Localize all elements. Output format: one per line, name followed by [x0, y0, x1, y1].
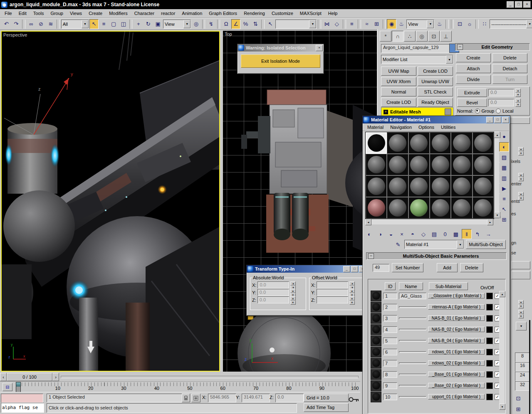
exit-isolation-mode-button[interactable]: Exit Isolation Mode — [241, 54, 320, 68]
material-sample-slot[interactable] — [387, 197, 408, 219]
sub-material-preview[interactable] — [371, 369, 381, 380]
viewport-label[interactable]: Perspective — [3, 32, 27, 37]
material-editor-icon[interactable]: ◉ — [387, 19, 396, 29]
sub-material-color-swatch[interactable] — [486, 394, 493, 400]
button-stl-check[interactable]: STL Check — [418, 87, 453, 96]
sub-material-button[interactable]: _Base_02 ( Ego Material ) — [428, 383, 485, 388]
extrude-spinner[interactable]: ▲▼ — [515, 89, 521, 97]
menu-help[interactable]: Help — [325, 10, 341, 17]
print-size-wizard-icon[interactable]: ⊡ — [455, 19, 465, 29]
menu-file[interactable]: File — [2, 10, 15, 17]
offset-z-field[interactable] — [317, 296, 348, 303]
button-uvw-map[interactable]: UVW Map — [381, 67, 416, 76]
row-id-field[interactable]: 2 — [383, 304, 397, 310]
row-id-field[interactable]: 4 — [383, 326, 397, 333]
chevron-down-icon[interactable]: ▼ — [446, 55, 453, 64]
row-id-field[interactable]: 8 — [383, 371, 397, 378]
sub-material-preview[interactable] — [371, 335, 381, 346]
material-sample-slot[interactable] — [387, 132, 408, 154]
absolute-mode-icon[interactable] — [191, 394, 200, 402]
y-coordinate-field[interactable]: 3149.671 — [242, 394, 270, 402]
curve-editor-icon[interactable]: ≈ — [362, 19, 372, 29]
sub-material-color-swatch[interactable] — [486, 349, 493, 355]
smoothing-group-24[interactable]: 24 — [515, 372, 530, 381]
absolute-y-spinner[interactable]: ▲▼ — [290, 289, 296, 296]
menu-create[interactable]: Create — [86, 10, 105, 17]
bevel-spinner[interactable]: ▲▼ — [515, 99, 521, 107]
button-detach[interactable]: Detach — [492, 64, 527, 73]
use-pivot-point-center-icon[interactable]: ◎ — [191, 19, 201, 29]
sub-material-preview[interactable] — [371, 380, 381, 391]
bevel-value-field[interactable]: 0.0 — [488, 99, 514, 106]
viewport-perspective[interactable]: Perspective — [1, 31, 220, 372]
name-column-header[interactable]: Name — [399, 282, 423, 290]
row-name-field[interactable] — [399, 396, 426, 398]
x-coordinate-field[interactable]: 5846.965 — [208, 394, 236, 402]
minimize-button[interactable]: _ — [486, 117, 493, 123]
menu-edit[interactable]: Edit — [16, 10, 30, 17]
row-id-field[interactable]: 6 — [383, 349, 397, 355]
chevron-down-icon[interactable]: ▼ — [309, 20, 316, 28]
sub-material-preview[interactable] — [371, 324, 381, 335]
material-sample-slot[interactable] — [451, 197, 472, 219]
render-scene-icon[interactable]: ♨ — [397, 19, 406, 29]
sub-material-color-swatch[interactable] — [486, 360, 493, 367]
backlight-icon[interactable]: ◐ — [499, 142, 509, 152]
select-and-link-icon[interactable]: ∞ — [27, 19, 36, 29]
viewport-top[interactable]: Top — [223, 31, 377, 372]
material-count-field[interactable]: 49 — [373, 264, 389, 272]
row-name-field[interactable] — [399, 385, 426, 387]
absolute-z-field[interactable]: 0.0 — [257, 296, 289, 303]
button-uvw-xform[interactable]: UVW Xform — [381, 77, 416, 86]
undo-icon[interactable]: ↶ — [2, 19, 11, 29]
row-id-field[interactable]: 3 — [383, 315, 397, 322]
time-slider-handle[interactable]: 0 / 100 — [7, 373, 52, 381]
button-turn[interactable]: Turn — [492, 75, 527, 84]
sub-material-button[interactable]: ndows_02 ( Ego Material ) — [428, 360, 485, 366]
row-name-field[interactable] — [399, 318, 426, 319]
close-icon[interactable]: × — [316, 45, 323, 51]
material-sample-slot[interactable] — [473, 154, 494, 175]
material-name-dropdown[interactable]: Material #1 ▼ — [404, 240, 464, 249]
spinner-snap-toggle-icon[interactable]: ⇅ — [251, 19, 260, 29]
row-name-field[interactable]: AG_Glass — [399, 293, 426, 299]
mini-curve-editor-icon[interactable]: ⊟ — [2, 383, 12, 391]
row-name-field[interactable] — [399, 329, 426, 330]
sub-material-color-swatch[interactable] — [486, 382, 493, 389]
chevron-down-icon[interactable]: ▼ — [457, 240, 464, 249]
tab-create-icon[interactable]: * — [380, 31, 391, 42]
material-sample-slot[interactable] — [387, 154, 408, 175]
panel-spinner[interactable]: ▲▼ — [518, 147, 524, 155]
select-by-material-icon[interactable]: ↖ — [499, 205, 509, 214]
button-delete[interactable]: Delete — [492, 53, 527, 62]
minimize-button[interactable]: _ — [343, 266, 350, 272]
sub-material-color-swatch[interactable] — [486, 304, 493, 310]
sub-material-button[interactable]: NAS-B_04 ( Ego Material ) — [428, 338, 485, 343]
z-coordinate-field[interactable]: 0.0 — [275, 394, 304, 402]
modifier-stack-item[interactable]: + Editable Mesh — [381, 107, 453, 116]
panel-spinner[interactable]: ▲▼ — [518, 310, 524, 318]
material-sample-slot[interactable] — [473, 175, 494, 197]
selection-lock-icon[interactable] — [182, 394, 190, 402]
material-sample-slot[interactable] — [430, 175, 451, 197]
material-sample-slot[interactable] — [473, 132, 494, 154]
panel-spinner[interactable]: ▲▼ — [518, 300, 524, 308]
sub-material-button[interactable]: NAS-B_01 ( Ego Material ) — [428, 315, 485, 321]
add-time-tag[interactable]: Add Time Tag — [304, 403, 349, 412]
row-id-field[interactable]: 7 — [383, 360, 397, 367]
tab-hierarchy-icon[interactable]: ∴ — [404, 31, 416, 42]
sub-material-button[interactable]: NAS-B_02 ( Ego Material ) — [428, 327, 485, 332]
snap-toggle-3d-icon[interactable]: Ω — [221, 19, 231, 29]
sample-uv-tiling-icon[interactable]: ▦ — [499, 163, 509, 172]
menu-group[interactable]: Group — [47, 10, 66, 17]
show-end-result-icon[interactable]: ‖ — [462, 229, 472, 239]
show-end-result-toggle[interactable] — [445, 108, 451, 115]
tab-modify-icon[interactable]: ∩ — [392, 31, 403, 42]
unlink-selection-icon[interactable]: ⊘ — [36, 19, 46, 29]
sample-type-icon[interactable]: ● — [499, 132, 509, 141]
options-icon[interactable]: ≡ — [499, 194, 509, 204]
row-id-field[interactable]: 10 — [383, 394, 397, 400]
material-sample-slot[interactable] — [366, 154, 387, 175]
delete-button[interactable]: Delete — [460, 263, 483, 272]
object-name-field[interactable]: Argon_Liquid_capsule_129 — [381, 44, 450, 53]
